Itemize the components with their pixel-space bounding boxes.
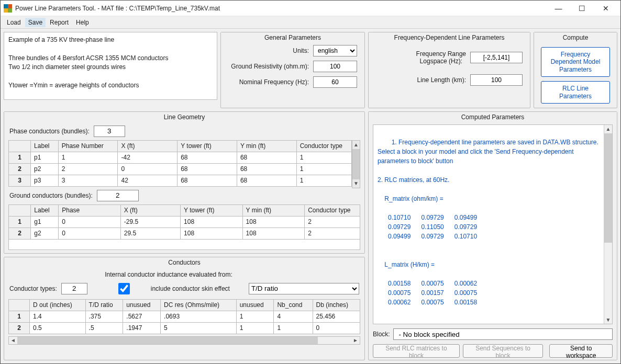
- column-header[interactable]: DC res (Ohms/mile): [161, 299, 237, 311]
- column-header[interactable]: Y min (ft): [237, 140, 296, 152]
- column-header[interactable]: [9, 140, 31, 152]
- cell[interactable]: .0693: [161, 311, 237, 322]
- column-header[interactable]: T/D ratio: [85, 299, 123, 311]
- cell[interactable]: 1: [236, 322, 274, 334]
- output-scrollbar[interactable]: ▲ ▼: [604, 125, 612, 324]
- column-header[interactable]: Phase Number: [58, 140, 118, 152]
- cell[interactable]: 0: [59, 228, 121, 239]
- column-header[interactable]: Y min (ft): [242, 204, 305, 216]
- cell[interactable]: 68: [178, 163, 237, 175]
- column-header[interactable]: Nb_cond: [274, 299, 313, 311]
- rlc-params-button[interactable]: RLC Line Parameters: [541, 81, 610, 104]
- cell[interactable]: 3: [9, 175, 31, 186]
- cell[interactable]: 1: [9, 311, 30, 322]
- hscroll-thumb[interactable]: [17, 337, 318, 344]
- cell[interactable]: p3: [31, 175, 59, 186]
- column-header[interactable]: X (ft): [120, 204, 180, 216]
- table-row[interactable]: 2g2029.51081082: [9, 228, 360, 239]
- send-seq-button[interactable]: Send Sequences to block: [463, 344, 544, 358]
- cell[interactable]: 0: [118, 163, 178, 175]
- column-header[interactable]: [9, 204, 31, 216]
- scroll-left-icon[interactable]: ◄: [9, 337, 17, 343]
- cell[interactable]: 2: [9, 322, 30, 334]
- cell[interactable]: 3: [58, 175, 118, 186]
- cell[interactable]: g2: [31, 228, 59, 239]
- cell[interactable]: 1: [296, 163, 351, 175]
- cell[interactable]: 42: [118, 175, 178, 186]
- ground-table[interactable]: LabelPhaseX (ft)Y tower (ft)Y min (ft)Co…: [8, 204, 360, 240]
- cell[interactable]: p2: [31, 163, 59, 175]
- cell[interactable]: 2: [305, 216, 360, 228]
- nominal-frequency-input[interactable]: [313, 76, 357, 88]
- column-header[interactable]: Label: [31, 140, 59, 152]
- scroll-thumb[interactable]: [352, 149, 360, 179]
- cell[interactable]: -29.5: [120, 216, 180, 228]
- cell[interactable]: 108: [181, 216, 243, 228]
- cell[interactable]: 25.456: [313, 311, 360, 322]
- ground-resistivity-input[interactable]: [313, 61, 357, 72]
- table-row[interactable]: 11.4.375.5627.06931425.456: [9, 311, 360, 322]
- column-header[interactable]: unusued: [123, 299, 161, 311]
- cell[interactable]: 2: [9, 163, 31, 175]
- scroll-up-icon[interactable]: ▲: [604, 125, 612, 133]
- cell[interactable]: 68: [237, 152, 296, 163]
- table-row[interactable]: 1g10-29.51081082: [9, 216, 360, 228]
- cell[interactable]: .375: [85, 311, 123, 322]
- cell[interactable]: 1: [9, 216, 31, 228]
- cell[interactable]: 29.5: [120, 228, 180, 239]
- column-header[interactable]: Y tower (ft): [181, 204, 243, 216]
- line-length-input[interactable]: [470, 74, 523, 86]
- cell[interactable]: 1: [236, 311, 274, 322]
- cell[interactable]: 5: [161, 322, 237, 334]
- cell[interactable]: 2: [305, 228, 360, 239]
- cell[interactable]: 108: [242, 228, 305, 239]
- column-header[interactable]: unusued: [236, 299, 274, 311]
- cell[interactable]: g1: [31, 216, 59, 228]
- cell[interactable]: 4: [274, 311, 313, 322]
- minimize-button[interactable]: —: [547, 1, 570, 16]
- column-header[interactable]: Db (inches): [313, 299, 360, 311]
- cell[interactable]: 108: [181, 228, 243, 239]
- skin-effect-checkbox[interactable]: [103, 283, 145, 294]
- cell[interactable]: 2: [58, 163, 118, 175]
- send-rlc-button[interactable]: Send RLC matrices to block: [373, 344, 460, 358]
- cell[interactable]: 1: [9, 152, 31, 163]
- scroll-down-icon[interactable]: ▼: [352, 179, 360, 188]
- freq-model-button[interactable]: Frequency Dependent Model Parameters: [541, 47, 610, 77]
- cell[interactable]: 1: [58, 152, 118, 163]
- column-header[interactable]: Y tower (ft): [178, 140, 237, 152]
- description-box[interactable]: Example of a 735 KV three-phase line Thr…: [4, 32, 217, 100]
- conductors-table[interactable]: D out (inches)T/D ratiounusuedDC res (Oh…: [8, 299, 360, 334]
- cell[interactable]: .5627: [123, 311, 161, 322]
- conductors-hscroll[interactable]: ◄ ►: [8, 336, 360, 345]
- table-row[interactable]: 3p334268681: [9, 175, 352, 186]
- freq-range-input[interactable]: [470, 52, 523, 63]
- scroll-right-icon[interactable]: ►: [351, 337, 360, 343]
- scroll-thumb[interactable]: [604, 133, 612, 243]
- cell[interactable]: 1: [274, 322, 313, 334]
- close-button[interactable]: ✕: [594, 1, 617, 16]
- column-header[interactable]: Label: [31, 204, 59, 216]
- cell[interactable]: 108: [242, 216, 305, 228]
- menu-help[interactable]: Help: [73, 18, 92, 27]
- cell[interactable]: 68: [237, 175, 296, 186]
- inductance-mode-select[interactable]: T/D ratio: [249, 283, 359, 294]
- block-input[interactable]: [393, 328, 613, 340]
- column-header[interactable]: Conductor type: [296, 140, 351, 152]
- cell[interactable]: 1.4: [30, 311, 86, 322]
- phase-table[interactable]: LabelPhase NumberX (ft)Y tower (ft)Y min…: [8, 140, 352, 187]
- units-select[interactable]: english: [313, 45, 357, 56]
- cell[interactable]: .5: [85, 322, 123, 334]
- cell[interactable]: 68: [178, 152, 237, 163]
- column-header[interactable]: Phase: [59, 204, 121, 216]
- scroll-down-icon[interactable]: ▼: [604, 315, 612, 324]
- table-row[interactable]: 2p22068681: [9, 163, 352, 175]
- phase-scrollbar[interactable]: ▲ ▼: [352, 140, 360, 188]
- cell[interactable]: 2: [9, 228, 31, 239]
- cell[interactable]: 1: [296, 175, 351, 186]
- output-text[interactable]: 1. Frequency-dependent line parameters a…: [373, 124, 613, 324]
- column-header[interactable]: X (ft): [118, 140, 178, 152]
- phase-count-input[interactable]: [94, 126, 125, 137]
- cell[interactable]: p1: [31, 152, 59, 163]
- column-header[interactable]: D out (inches): [30, 299, 86, 311]
